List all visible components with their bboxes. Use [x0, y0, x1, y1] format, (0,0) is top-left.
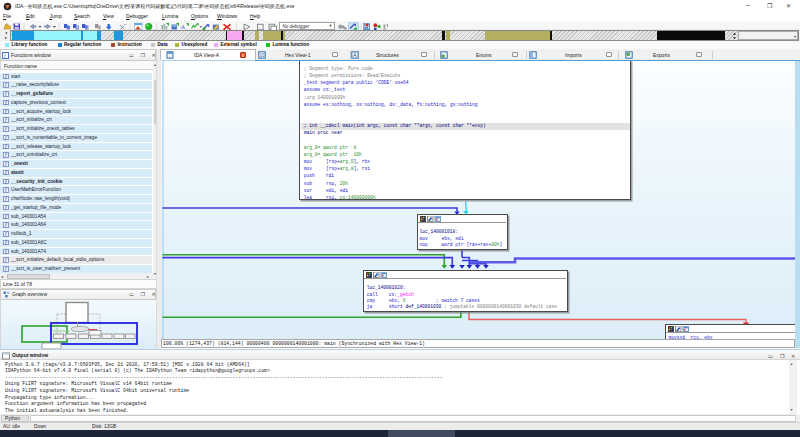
svg-text:A: A [353, 52, 357, 58]
svg-text:10: 10 [259, 53, 265, 58]
svg-text:A: A [181, 23, 186, 30]
